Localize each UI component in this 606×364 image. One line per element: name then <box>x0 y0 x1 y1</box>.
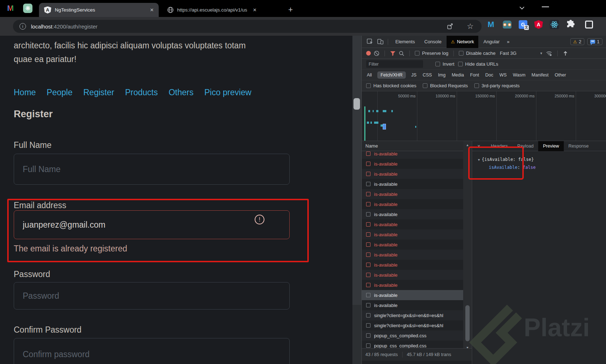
import-har-icon[interactable] <box>563 51 568 56</box>
warnings-badge[interactable]: ⚠ 2 <box>570 38 584 45</box>
search-icon[interactable] <box>399 51 404 56</box>
invert-checkbox[interactable]: Invert <box>435 61 454 67</box>
angular-extension-icon[interactable]: A <box>534 20 543 29</box>
filter-funnel-icon[interactable] <box>390 51 396 56</box>
extensions-puzzle-icon[interactable] <box>566 20 575 29</box>
close-detail-icon[interactable]: × <box>477 143 480 149</box>
tab-network[interactable]: ⚠ Network <box>447 36 478 48</box>
json-root-line[interactable]: ▼{isAvailable: false} <box>478 156 606 164</box>
type-filter[interactable]: Img <box>437 71 446 79</box>
request-row[interactable]: is-available <box>362 270 463 280</box>
requests-scrollbar-thumb[interactable] <box>465 305 470 341</box>
url-text[interactable]: localhost:4200/auth/register <box>31 23 97 30</box>
tab-console[interactable]: Console <box>420 36 446 48</box>
request-row[interactable]: is-available <box>362 169 463 179</box>
type-filter[interactable]: Doc <box>484 71 494 79</box>
password-input[interactable] <box>14 282 290 310</box>
type-filter[interactable]: Font <box>469 71 480 79</box>
malwarebytes-extension-icon[interactable]: M <box>486 20 496 29</box>
translate-extension-icon[interactable]: G文 <box>519 20 527 29</box>
gmail-pinned-tab[interactable]: M <box>6 4 15 13</box>
throttling-select[interactable]: Fast 3G ▼ <box>500 51 543 56</box>
new-tab-button[interactable]: + <box>288 5 293 14</box>
tab-ngtestingservices[interactable]: A NgTestingServices × <box>39 3 159 17</box>
react-devtools-icon[interactable] <box>550 20 559 29</box>
nav-link[interactable]: Home <box>14 88 36 97</box>
page-scrollbar-thumb[interactable] <box>354 98 360 110</box>
nav-link[interactable]: Products <box>125 88 158 97</box>
type-filter[interactable]: Manifest <box>531 71 549 79</box>
request-row[interactable]: is-available <box>362 240 463 250</box>
preserve-log-checkbox[interactable]: Preserve log <box>415 51 448 56</box>
more-tabs-icon[interactable]: » <box>505 36 511 48</box>
bookmark-star-icon[interactable]: ☆ <box>467 22 474 31</box>
type-filter[interactable]: Fetch/XHR <box>377 71 406 79</box>
filter-input[interactable] <box>366 60 423 68</box>
type-filter[interactable]: JS <box>410 71 417 79</box>
request-row[interactable]: popup_css_compiled.css <box>362 330 463 341</box>
detail-tab[interactable]: Headers <box>486 141 513 151</box>
requests-scrollbar[interactable]: ▲ ▼ <box>463 141 472 352</box>
clear-icon[interactable] <box>374 51 379 56</box>
email-input[interactable] <box>14 210 290 239</box>
type-filter[interactable]: WS <box>499 71 507 79</box>
share-icon[interactable] <box>447 23 454 30</box>
request-row[interactable]: is-available <box>362 229 463 240</box>
nav-link[interactable]: Others <box>168 88 193 97</box>
chatgpt-pinned-tab[interactable]: ❋ <box>23 4 32 13</box>
cookie-filter-checkbox[interactable]: 3rd-party requests <box>474 83 520 88</box>
info-icon[interactable]: i <box>19 23 26 30</box>
timeline-overview[interactable]: 50000 ms100000 ms150000 ms200000 ms25000… <box>362 91 606 141</box>
disable-cache-checkbox[interactable]: Disable cache <box>459 51 496 56</box>
profile-avatar[interactable] <box>585 21 593 28</box>
request-row[interactable]: is-available <box>362 179 463 189</box>
type-filter[interactable]: Wasm <box>512 71 526 79</box>
nav-link[interactable]: Register <box>83 88 114 97</box>
type-filter[interactable]: All <box>366 71 373 79</box>
network-conditions-icon[interactable] <box>546 51 552 56</box>
confirm-password-input[interactable] <box>14 338 290 364</box>
request-row[interactable]: is-available <box>362 280 463 290</box>
type-filter[interactable]: Other <box>554 71 567 79</box>
inspect-element-icon[interactable] <box>366 38 373 45</box>
chevron-down-icon[interactable] <box>518 4 526 12</box>
tab-api-escuelajs[interactable]: https://api.escuelajs.co/api/v1/us × <box>162 3 278 17</box>
request-row[interactable]: is-available <box>362 159 463 169</box>
detail-tab[interactable]: Response <box>564 141 593 151</box>
request-row[interactable]: single?client=gtx&sl=en&tl=es&hl <box>362 320 463 330</box>
request-row[interactable]: is-available <box>362 199 463 209</box>
nav-link[interactable]: Pico preview <box>204 88 251 97</box>
request-row[interactable]: is-available <box>362 300 463 310</box>
request-row[interactable]: is-available <box>362 189 463 199</box>
requests-name-header[interactable]: Name <box>362 141 463 151</box>
request-row[interactable]: is-available <box>362 290 463 300</box>
messages-badge[interactable]: 1 <box>587 38 602 45</box>
close-tab-icon[interactable]: × <box>150 6 154 14</box>
type-filter[interactable]: Media <box>451 71 465 79</box>
detail-tab[interactable]: Payload <box>513 141 538 151</box>
robot-extension-icon[interactable] <box>502 20 512 29</box>
cookie-filter-checkbox[interactable]: Blocked Requests <box>423 83 468 88</box>
minimize-button[interactable] <box>542 6 549 7</box>
tab-elements[interactable]: Elements <box>391 36 419 48</box>
request-row[interactable]: is-available <box>362 250 463 260</box>
request-row[interactable]: is-available <box>362 260 463 270</box>
scroll-up-icon[interactable]: ▲ <box>463 141 472 149</box>
cookie-filter-checkbox[interactable]: Has blocked cookies <box>366 83 416 88</box>
device-toolbar-icon[interactable] <box>377 38 384 45</box>
request-row[interactable]: single?client=gtx&sl=en&tl=es&hl <box>362 310 463 320</box>
close-tab-icon[interactable]: × <box>253 6 256 14</box>
request-row[interactable]: is-available <box>362 209 463 219</box>
detail-tab[interactable]: Preview <box>538 141 563 151</box>
tab-angular[interactable]: Angular <box>479 36 504 48</box>
request-row[interactable]: is-available <box>362 151 463 159</box>
full-name-input[interactable] <box>14 154 290 185</box>
request-row[interactable]: popup_css_compiled.css <box>362 341 463 348</box>
request-row[interactable]: is-available <box>362 219 463 229</box>
page-scrollbar[interactable] <box>352 36 361 364</box>
record-icon[interactable] <box>366 51 371 56</box>
collapse-triangle-icon[interactable]: ▼ <box>478 158 480 162</box>
omnibox[interactable]: i localhost:4200/auth/register ☆ <box>13 20 482 33</box>
hide-data-urls-checkbox[interactable]: Hide data URLs <box>458 61 499 67</box>
nav-link[interactable]: People <box>47 88 73 97</box>
